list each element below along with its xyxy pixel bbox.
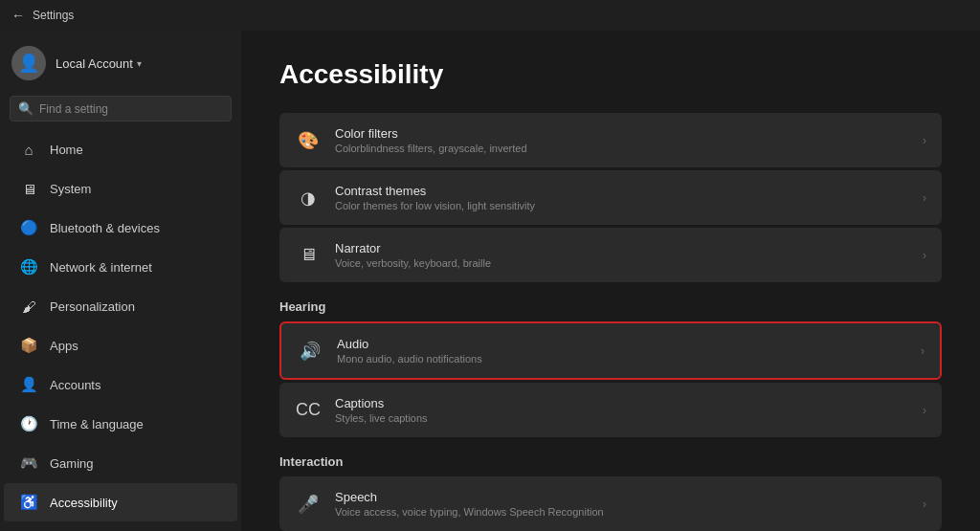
sidebar-item-gaming[interactable]: 🎮Gaming	[4, 444, 237, 482]
sidebar-item-apps[interactable]: 📦Apps	[4, 326, 237, 365]
nav-icon-accessibility: ♿	[19, 493, 38, 512]
nav-icon-time: 🕐	[19, 414, 38, 433]
nav-icon-bluetooth: 🔵	[19, 218, 38, 237]
item-desc-speech: Voice access, voice typing, Windows Spee…	[335, 506, 909, 518]
section-heading-interaction: Interaction	[279, 454, 942, 469]
search-icon: 🔍	[18, 101, 33, 116]
nav-icon-gaming: 🎮	[19, 454, 38, 473]
settings-item-speech[interactable]: 🎤SpeechVoice access, voice typing, Windo…	[279, 476, 942, 531]
item-text-captions: CaptionsStyles, live captions	[335, 396, 909, 424]
nav-icon-system: 🖥	[19, 179, 38, 198]
nav-label-accounts: Accounts	[50, 378, 100, 392]
item-text-audio: AudioMono audio, audio notifications	[337, 337, 907, 365]
item-desc-captions: Styles, live captions	[335, 412, 909, 424]
sidebar-item-time[interactable]: 🕐Time & language	[4, 405, 237, 443]
title-bar: ← Settings	[0, 0, 980, 31]
item-icon-contrast-themes: ◑	[295, 185, 322, 211]
item-desc-color-filters: Colorblindness filters, grayscale, inver…	[335, 143, 909, 154]
back-button[interactable]: ←	[11, 8, 25, 23]
nav-icon-accounts: 👤	[19, 375, 38, 394]
nav-label-system: System	[50, 182, 91, 196]
item-chevron-contrast-themes: ›	[923, 191, 926, 205]
item-title-captions: Captions	[335, 396, 909, 410]
sidebar: 👤 Local Account ▾ 🔍 ⌂Home🖥System🔵Bluetoo…	[0, 31, 241, 531]
settings-item-color-filters[interactable]: 🎨Color filtersColorblindness filters, gr…	[279, 113, 942, 167]
item-text-contrast-themes: Contrast themesColor themes for low visi…	[335, 184, 909, 211]
sidebar-item-system[interactable]: 🖥System	[4, 169, 237, 208]
item-icon-speech: 🎤	[295, 491, 322, 518]
item-icon-audio: 🔊	[297, 338, 323, 365]
nav-label-bluetooth: Bluetooth & devices	[50, 221, 160, 235]
item-chevron-color-filters: ›	[923, 134, 926, 147]
item-text-color-filters: Color filtersColorblindness filters, gra…	[335, 126, 909, 154]
sidebar-item-accessibility[interactable]: ♿Accessibility	[4, 483, 237, 521]
nav-icon-network: 🌐	[19, 257, 38, 277]
nav-label-network: Network & internet	[50, 260, 152, 275]
page-title: Accessibility	[279, 59, 942, 90]
item-desc-audio: Mono audio, audio notifications	[337, 353, 907, 365]
item-title-contrast-themes: Contrast themes	[335, 184, 909, 198]
item-desc-contrast-themes: Color themes for low vision, light sensi…	[335, 200, 909, 211]
avatar: 👤	[11, 46, 46, 80]
user-area[interactable]: 👤 Local Account ▾	[0, 31, 241, 92]
search-bar[interactable]: 🔍	[10, 96, 232, 122]
sidebar-item-bluetooth[interactable]: 🔵Bluetooth & devices	[4, 209, 237, 247]
item-chevron-narrator: ›	[923, 249, 926, 262]
item-icon-narrator: 🖥	[295, 242, 322, 269]
section-heading-hearing: Hearing	[279, 299, 942, 314]
item-chevron-speech: ›	[923, 498, 926, 511]
app-title: Settings	[33, 9, 74, 22]
user-info: Local Account ▾	[56, 56, 142, 71]
item-title-color-filters: Color filters	[335, 126, 909, 141]
item-title-speech: Speech	[335, 490, 909, 504]
nav-label-accessibility: Accessibility	[50, 496, 118, 510]
nav-label-personalization: Personalization	[50, 299, 135, 314]
settings-item-audio[interactable]: 🔊AudioMono audio, audio notifications›	[279, 321, 942, 380]
nav-label-gaming: Gaming	[50, 456, 94, 471]
nav-icon-apps: 📦	[19, 336, 38, 355]
nav-icon-personalization: 🖌	[19, 297, 38, 316]
settings-item-narrator[interactable]: 🖥NarratorVoice, verbosity, keyboard, bra…	[279, 228, 942, 282]
nav-label-time: Time & language	[50, 417, 144, 431]
settings-item-captions[interactable]: CCCaptionsStyles, live captions›	[279, 383, 942, 437]
sidebar-item-network[interactable]: 🌐Network & internet	[4, 248, 237, 286]
nav-list: ⌂Home🖥System🔵Bluetooth & devices🌐Network…	[0, 129, 241, 531]
sidebar-item-personalization[interactable]: 🖌Personalization	[4, 287, 237, 325]
search-input[interactable]	[39, 102, 223, 116]
item-chevron-audio: ›	[921, 344, 924, 358]
item-title-narrator: Narrator	[335, 241, 909, 255]
nav-label-home: Home	[50, 143, 83, 157]
main-content: Accessibility 🎨Color filtersColorblindne…	[241, 31, 980, 531]
item-chevron-captions: ›	[923, 404, 926, 417]
user-name: Local Account	[56, 56, 133, 71]
item-text-speech: SpeechVoice access, voice typing, Window…	[335, 490, 909, 518]
sidebar-item-accounts[interactable]: 👤Accounts	[4, 365, 237, 404]
nav-icon-home: ⌂	[19, 140, 38, 159]
item-text-narrator: NarratorVoice, verbosity, keyboard, brai…	[335, 241, 909, 269]
chevron-down-icon: ▾	[137, 58, 142, 69]
sections-container: 🎨Color filtersColorblindness filters, gr…	[279, 113, 942, 531]
sidebar-item-home[interactable]: ⌂Home	[4, 130, 237, 168]
item-desc-narrator: Voice, verbosity, keyboard, braille	[335, 257, 909, 269]
app-body: 👤 Local Account ▾ 🔍 ⌂Home🖥System🔵Bluetoo…	[0, 31, 980, 531]
nav-label-apps: Apps	[50, 339, 78, 353]
item-icon-color-filters: 🎨	[295, 127, 322, 154]
sidebar-item-privacy[interactable]: 🛡Privacy & security	[4, 522, 237, 531]
item-icon-captions: CC	[295, 397, 322, 424]
item-title-audio: Audio	[337, 337, 907, 351]
settings-item-contrast-themes[interactable]: ◑Contrast themesColor themes for low vis…	[279, 170, 942, 225]
